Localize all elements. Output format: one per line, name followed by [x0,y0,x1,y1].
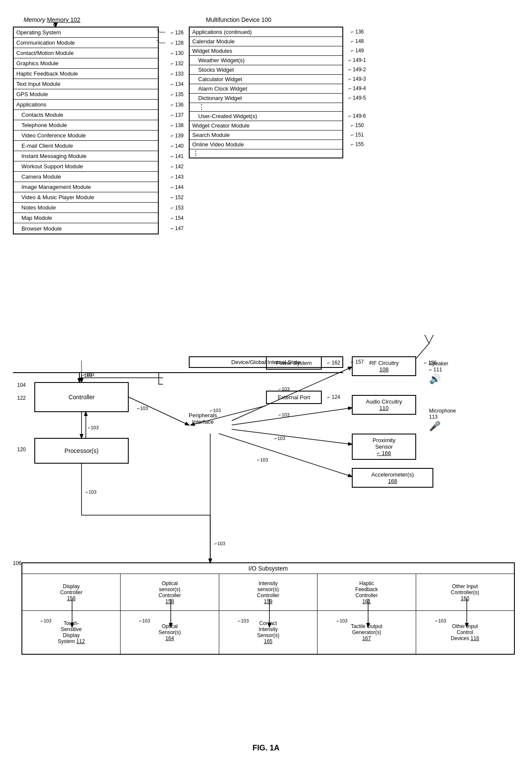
tactile-output-cell: Tactile Output Generator(s) 167 [317,611,416,654]
processor-box: Processor(s) [34,438,129,464]
svg-text:⌐103: ⌐103 [279,412,290,417]
other-input-devices-cell: Other Input Control Devices 116 [416,611,514,654]
haptic-feedback-controller-cell: Haptic Feedback Controller 161 [317,574,416,610]
app-widget-creator: Widget Creator Module ⌐ 150 [190,121,342,131]
memory-label-text: Memory 102 [47,16,80,23]
io-sensors-row: Touch- Sensitive Display System 112 Opti… [22,611,514,654]
external-port-box: External Port ⌐ 124 [266,391,322,404]
controller-box: Controller [34,382,129,412]
app-alarm-widget: Alarm Clock Widget ⌐ 149-4 [190,84,342,94]
optical-sensor-controller-cell: Optical sensor(s) Controller 158 [121,574,219,610]
diagram-container: Memory Memory 102 Multifunction Device 1… [0,0,532,759]
microphone-icon: 🎤 [429,421,456,432]
apps-box: Applications (continued) ⌐ 136 Calendar … [189,27,343,158]
app-search: Search Module ⌐ 151 [190,131,342,140]
app-dictionary-widget: Dictionary Widget ⌐ 149-5 [190,94,342,103]
io-controllers-row: Display Controller 156 Optical sensor(s)… [22,574,514,611]
peripherals-interface-label: Peripherals Interface [189,412,217,425]
mem-row-apps-header: Applications ⌐ 136 [14,100,158,110]
app-calendar: Calendar Module ⌐ 148 [190,37,342,46]
mem-row-map: Map Module ⌐ 154 [14,213,158,223]
app-dots2: ⋮ [190,149,342,158]
svg-text:⌐103: ⌐103 [215,541,225,546]
memory-title: Memory Memory 102 [24,16,80,23]
processor-ref-120: 120 [17,446,26,452]
mem-row-contacts: Contacts Module ⌐ 137 [14,110,158,120]
io-subsystem-box: I/O Subsystem Display Controller 156 Opt… [21,562,515,655]
speaker-icon: 🔊 [429,373,448,385]
svg-text:⌐103: ⌐103 [82,373,92,378]
app-stocks-widget: Stocks Widget ⌐ 149-2 [190,65,342,75]
mem-row-haptic: Haptic Feedback Module ⌐ 133 [14,69,158,79]
mem-row-workout: Workout Support Module ⌐ 142 [14,161,158,172]
speaker-label: Speaker ⌐ 111 🔊 [429,361,448,385]
intensity-sensor-controller-cell: Intensity sensor(s) Controller 159 [219,574,317,610]
mem-row-image-mgmt: Image Management Module ⌐ 144 [14,182,158,192]
app-widget-header: Widget Modules ⌐ 149 [190,46,342,56]
mem-row-contact: Contact/Motion Module ⌐ 130 [14,48,158,58]
other-input-controller-cell: Other Input Controller(s) 160 [416,574,514,610]
power-system-box: Power System ⌐ 162 [266,356,322,370]
app-calculator-widget: Calculator Widget ⌐ 149-3 [190,75,342,84]
mem-row-graphics: Graphics Module ⌐ 132 [14,58,158,69]
mem-row-im: Instant Messaging Module ⌐ 141 [14,151,158,161]
optical-sensors-cell: Optical Sensor(s) 164 [121,611,219,654]
audio-circuitry-box: Audio Circuitry 110 [352,395,416,415]
mem-row-text-input: Text Input Module ⌐ 134 [14,79,158,89]
mem-row-comm: Communication Module ⌐ 128 [14,38,158,48]
app-online-video: Online Video Module ⌐ 155 [190,140,342,149]
app-weather-widget: Weather Widget(s) ⌐ 149-1 [190,56,342,65]
display-controller-cell: Display Controller 156 [22,574,121,610]
apps-header: Applications (continued) ⌐ 136 [190,27,342,37]
io-ref-106: 106 [13,560,21,566]
multifunction-title: Multifunction Device 100 [206,16,272,23]
proximity-sensor-box: Proximity Sensor ⌐ 166 [352,434,416,460]
svg-text:⌐103: ⌐103 [84,372,94,377]
mem-row-email: E-mail Client Module ⌐ 140 [14,141,158,151]
svg-text:⌐103: ⌐103 [275,436,285,441]
mem-row-video-conf: Video Conference Module ⌐ 139 [14,131,158,141]
svg-text:⌐103: ⌐103 [137,406,148,411]
mem-row-os: Operating System ⌐ 126 [14,27,158,38]
app-dots1: ⋮ [190,103,342,112]
mem-row-notes: Notes Module ⌐ 153 [14,203,158,213]
multifunction-label-text: Multifunction Device 100 [206,16,272,23]
controller-ref-104: 104 [17,382,26,388]
mem-row-browser: Browser Module ⌐ 147 [14,223,158,234]
svg-text:⌐103: ⌐103 [257,457,268,462]
io-subsystem-label: I/O Subsystem [22,563,514,574]
touch-display-cell: Touch- Sensitive Display System 112 [22,611,121,654]
rf-circuitry-box: RF Circuitry 108 ⌐ 136 [352,356,416,376]
app-user-widgets: User-Created Widget(s) ⌐ 149-6 [190,112,342,121]
svg-text:⌐103: ⌐103 [86,489,97,495]
mem-row-gps: GPS Module ⌐ 135 [14,89,158,100]
figure-label: FIG. 1A [252,744,279,753]
mem-row-camera: Camera Module ⌐ 143 [14,172,158,182]
mem-row-video-music: Video & Music Player Module ⌐ 152 [14,192,158,203]
accelerometers-box: Accelerometer(s) 168 [352,468,433,488]
mem-row-telephone: Telephone Module ⌐ 138 [14,120,158,131]
memory-box: Operating System ⌐ 126 Communication Mod… [13,27,159,234]
controller-ref-122: 122 [17,395,26,401]
microphone-label: Microphone 113 🎤 [429,408,456,432]
contact-intensity-cell: Contact Intensity Sensor(s) 165 [219,611,317,654]
svg-text:⌐103: ⌐103 [88,425,99,430]
